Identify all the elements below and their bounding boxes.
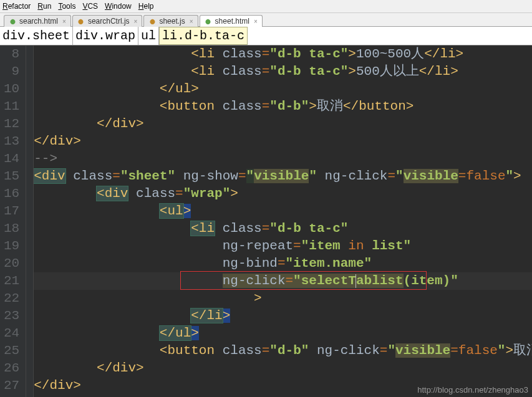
line-number: 17 <box>4 203 19 220</box>
menu-item-help[interactable]: Help <box>138 2 154 11</box>
file-icon <box>9 17 16 25</box>
line-number: 12 <box>4 115 19 133</box>
code-line[interactable]: </div> <box>34 360 532 377</box>
menu-item-refactor[interactable]: Refactor <box>2 2 31 11</box>
main-menubar: RefactorRunToolsVCSWindowHelp <box>0 0 532 13</box>
code-line[interactable]: </div> <box>34 115 532 133</box>
line-number: 11 <box>4 98 19 115</box>
code-area[interactable]: <li class="d-b ta-c">100~500人</li> <li c… <box>34 45 532 397</box>
code-line[interactable]: <ul> <box>34 203 532 220</box>
tab-label: sheet.js <box>159 17 185 26</box>
code-line[interactable]: <button class="d-b" ng-click="visible=fa… <box>34 342 532 360</box>
tab-label: sheet.html <box>215 17 249 26</box>
menu-item-tools[interactable]: Tools <box>58 2 75 11</box>
line-number: 25 <box>4 342 19 360</box>
code-line[interactable]: ng-click="selectTablist(item)" <box>34 272 532 290</box>
file-icon <box>205 17 212 25</box>
line-number: 9 <box>4 63 19 80</box>
code-line[interactable]: <li class="d-b ta-c">500人以上</li> <box>34 63 532 80</box>
breadcrumb-segment[interactable]: li.d-b.ta-c <box>159 27 248 45</box>
menu-item-window[interactable]: Window <box>105 2 132 11</box>
code-line[interactable]: <li class="d-b ta-c">100~500人</li> <box>34 45 532 63</box>
code-line[interactable]: </li> <box>34 307 532 325</box>
line-number: 19 <box>4 237 19 255</box>
menu-item-vcs[interactable]: VCS <box>82 2 98 11</box>
breadcrumb-segment[interactable]: div.sheet <box>0 27 73 45</box>
line-number: 16 <box>4 185 19 203</box>
editor-tab-bar: search.html×searchCtrl.js×sheet.js×sheet… <box>0 13 532 27</box>
code-line[interactable]: </div> <box>34 133 532 150</box>
breadcrumb-segment[interactable]: div.wrap <box>73 27 138 45</box>
file-icon <box>77 17 85 25</box>
line-number: 13 <box>4 133 19 150</box>
line-number: 21 <box>4 272 19 290</box>
tab-label: searchCtrl.js <box>88 17 130 26</box>
line-number: 8 <box>4 45 19 63</box>
code-line[interactable]: <button class="d-b">取消</button> <box>34 98 532 115</box>
line-number: 26 <box>4 360 19 377</box>
code-line[interactable]: ng-repeat="item in list" <box>34 237 532 255</box>
editor-tab[interactable]: sheet.js× <box>143 15 198 27</box>
close-icon[interactable]: × <box>134 18 138 25</box>
editor-tab[interactable]: searchCtrl.js× <box>72 15 143 27</box>
editor-tab[interactable]: sheet.html× <box>200 15 263 27</box>
watermark-text: http://blog.csdn.net/zhenghao3 <box>417 385 528 395</box>
editor-tab[interactable]: search.html× <box>4 15 71 27</box>
code-line[interactable]: > <box>34 290 532 307</box>
line-number: 24 <box>4 325 19 342</box>
line-number: 18 <box>4 220 19 237</box>
code-line[interactable]: --> <box>34 150 532 168</box>
line-number-gutter: 89101112131415161718192021222324252627 <box>0 45 26 397</box>
close-icon[interactable]: × <box>62 18 66 25</box>
code-line[interactable]: <li class="d-b ta-c" <box>34 220 532 237</box>
line-number: 10 <box>4 80 19 98</box>
fold-column[interactable] <box>26 45 34 397</box>
line-number: 20 <box>4 255 19 272</box>
line-number: 27 <box>4 377 19 395</box>
line-number: 22 <box>4 290 19 307</box>
code-line[interactable]: ng-bind="item.name" <box>34 255 532 272</box>
line-number: 14 <box>4 150 19 168</box>
line-number: 15 <box>4 168 19 185</box>
menu-item-run[interactable]: Run <box>37 2 51 11</box>
close-icon[interactable]: × <box>254 18 258 25</box>
line-number: 23 <box>4 307 19 325</box>
code-line[interactable]: <div class="sheet" ng-show="visible" ng-… <box>34 168 532 185</box>
text-caret <box>355 274 356 288</box>
code-line[interactable]: <div class="wrap"> <box>34 185 532 203</box>
breadcrumb-segment[interactable]: ul <box>138 27 159 45</box>
code-line[interactable]: </ul> <box>34 325 532 342</box>
file-icon <box>148 17 156 25</box>
close-icon[interactable]: × <box>190 18 193 25</box>
tab-label: search.html <box>19 17 58 26</box>
html-breadcrumb[interactable]: div.sheetdiv.wrapulli.d-b.ta-c <box>0 27 532 45</box>
code-editor[interactable]: 89101112131415161718192021222324252627 <… <box>0 45 532 397</box>
code-line[interactable]: </ul> <box>34 80 532 98</box>
